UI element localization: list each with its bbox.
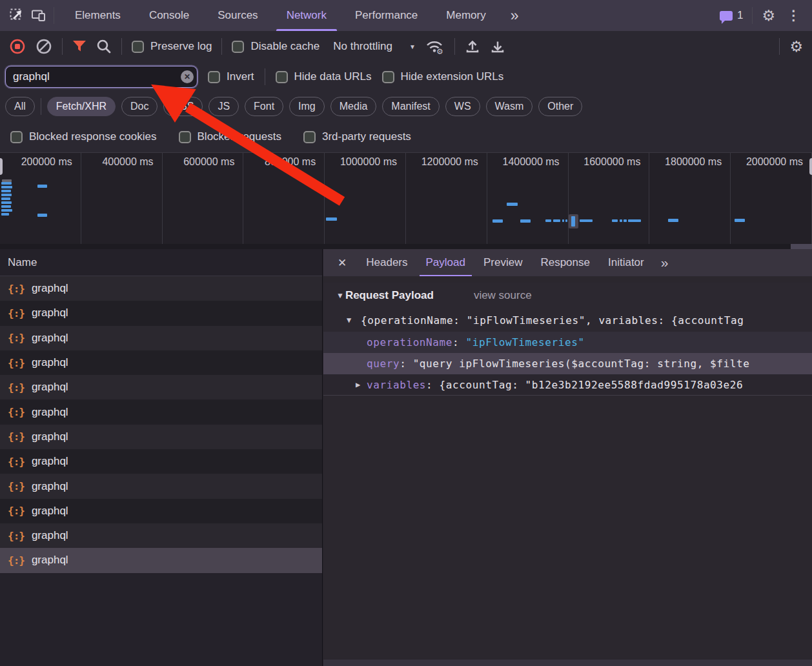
export-har-icon[interactable]: [490, 39, 505, 54]
console-messages-button[interactable]: 1: [720, 9, 743, 22]
tab-sources[interactable]: Sources: [203, 0, 272, 31]
tab-performance[interactable]: Performance: [341, 0, 432, 31]
chip-ws[interactable]: WS: [445, 97, 480, 116]
tab-console[interactable]: Console: [135, 0, 203, 31]
close-icon[interactable]: ✕: [330, 256, 354, 270]
filter-funnel-icon[interactable]: [72, 40, 86, 53]
throttling-dropdown[interactable]: No throttling ▼: [333, 40, 416, 53]
waterfall-bar[interactable]: [545, 219, 551, 222]
payload-row[interactable]: ▶variables: {accountTag: "b12e3b2192ee55…: [323, 374, 812, 396]
waterfall-bar[interactable]: [37, 185, 47, 188]
chip-all[interactable]: All: [5, 97, 35, 116]
waterfall-bar[interactable]: [565, 219, 567, 222]
request-row[interactable]: {:}graphql: [0, 425, 322, 449]
waterfall-bar[interactable]: [1, 205, 11, 208]
chip-media[interactable]: Media: [330, 97, 377, 116]
chip-wasm[interactable]: Wasm: [486, 97, 533, 116]
waterfall-bar[interactable]: [624, 219, 627, 222]
waterfall-bar[interactable]: [735, 219, 745, 222]
network-settings-gear-icon[interactable]: ⚙: [789, 38, 803, 56]
chip-font[interactable]: Font: [245, 97, 283, 116]
collapse-triangle-icon[interactable]: ▼: [347, 316, 352, 325]
detail-tab-preview[interactable]: Preview: [474, 249, 531, 276]
overview-right-handle[interactable]: [809, 158, 812, 175]
more-panels-icon[interactable]: »: [507, 7, 522, 25]
waterfall-bar[interactable]: [520, 219, 531, 223]
expand-triangle-icon[interactable]: ▶: [356, 380, 361, 389]
payload-row[interactable]: ▼{operationName: "ipFlowTimeseries", var…: [323, 308, 812, 332]
detail-tab-response[interactable]: Response: [531, 249, 599, 276]
kebab-menu-icon[interactable]: ⋮: [784, 8, 803, 23]
chip-doc[interactable]: Doc: [121, 97, 157, 116]
inspect-element-icon[interactable]: [9, 8, 25, 23]
request-row[interactable]: {:}graphql: [0, 548, 322, 572]
waterfall-bar[interactable]: [507, 203, 518, 206]
chip-js[interactable]: JS: [208, 97, 239, 116]
search-icon[interactable]: [96, 39, 112, 54]
tab-network[interactable]: Network: [272, 0, 341, 31]
chip-fetchxhr[interactable]: Fetch/XHR: [47, 97, 116, 116]
waterfall-bar[interactable]: [562, 219, 564, 222]
waterfall-bar[interactable]: [1, 209, 12, 212]
chip-manifest[interactable]: Manifest: [382, 97, 439, 116]
waterfall-bar[interactable]: [1, 194, 12, 196]
preserve-log-checkbox[interactable]: Preserve log: [132, 40, 212, 53]
import-har-icon[interactable]: [465, 39, 480, 54]
waterfall-bar[interactable]: [620, 219, 622, 222]
waterfall-bar[interactable]: [37, 214, 47, 217]
detail-tab-headers[interactable]: Headers: [357, 249, 416, 276]
request-row[interactable]: {:}graphql: [0, 474, 322, 498]
hide-extension-urls-checkbox[interactable]: Hide extension URLs: [382, 70, 504, 83]
disable-cache-checkbox[interactable]: Disable cache: [232, 40, 320, 53]
settings-gear-icon[interactable]: ⚙: [762, 7, 775, 25]
waterfall-bar[interactable]: [1, 182, 12, 185]
request-row[interactable]: {:}graphql: [0, 499, 322, 523]
waterfall-bar[interactable]: [571, 216, 575, 227]
overview-scroll-strip[interactable]: [0, 244, 812, 249]
waterfall-bar[interactable]: [1, 190, 11, 192]
waterfall-bar[interactable]: [612, 219, 618, 222]
request-row[interactable]: {:}graphql: [0, 375, 322, 399]
waterfall-bar[interactable]: [1, 197, 10, 200]
waterfall-bar[interactable]: [1, 213, 9, 216]
detail-tab-payload[interactable]: Payload: [417, 249, 474, 276]
request-row[interactable]: {:}graphql: [0, 350, 322, 375]
record-network-log-icon[interactable]: [9, 38, 26, 55]
name-column-header[interactable]: Name: [0, 249, 322, 276]
request-row[interactable]: {:}graphql: [0, 523, 322, 548]
device-toolbar-icon[interactable]: [31, 8, 47, 23]
waterfall-bar[interactable]: [492, 219, 503, 223]
request-row[interactable]: {:}graphql: [0, 449, 322, 474]
chip-img[interactable]: Img: [289, 97, 325, 116]
waterfall-bar[interactable]: [580, 219, 593, 222]
invert-checkbox[interactable]: Invert: [208, 70, 254, 83]
request-row[interactable]: {:}graphql: [0, 326, 322, 350]
detail-tab-initiator[interactable]: Initiator: [599, 249, 653, 276]
payload-row[interactable]: query: "query ipFlowTimeseries($accountT…: [323, 353, 812, 374]
request-row[interactable]: {:}graphql: [0, 301, 322, 325]
waterfall-bar[interactable]: [628, 219, 641, 222]
clear-filter-icon[interactable]: ✕: [181, 70, 194, 83]
tab-memory[interactable]: Memory: [432, 0, 500, 31]
filter-input[interactable]: [5, 66, 198, 88]
blocked-response-cookies-checkbox[interactable]: Blocked response cookies: [10, 130, 157, 143]
waterfall-bar[interactable]: [326, 217, 337, 221]
clear-network-log-icon[interactable]: [36, 38, 52, 55]
view-source-link[interactable]: view source: [474, 289, 532, 302]
chip-other[interactable]: Other: [538, 97, 582, 116]
collapse-triangle-icon[interactable]: ▼: [336, 291, 344, 300]
request-row[interactable]: {:}graphql: [0, 276, 322, 301]
payload-row[interactable]: operationName: "ipFlowTimeseries": [323, 332, 812, 353]
more-detail-tabs-icon[interactable]: »: [656, 255, 673, 270]
-rd-party-requests-checkbox[interactable]: 3rd-party requests: [303, 130, 411, 143]
blocked-requests-checkbox[interactable]: Blocked requests: [179, 130, 281, 143]
tab-elements[interactable]: Elements: [61, 0, 135, 31]
network-overview-timeline[interactable]: 200000 ms400000 ms600000 ms800000 ms1000…: [0, 152, 812, 244]
request-row[interactable]: {:}graphql: [0, 399, 322, 424]
waterfall-bar[interactable]: [1, 186, 12, 188]
overview-left-handle[interactable]: [0, 158, 3, 175]
hide-data-urls-checkbox[interactable]: Hide data URLs: [276, 70, 372, 83]
waterfall-bar[interactable]: [553, 219, 560, 222]
network-conditions-icon[interactable]: ⚙: [425, 38, 445, 55]
waterfall-bar[interactable]: [1, 201, 12, 204]
